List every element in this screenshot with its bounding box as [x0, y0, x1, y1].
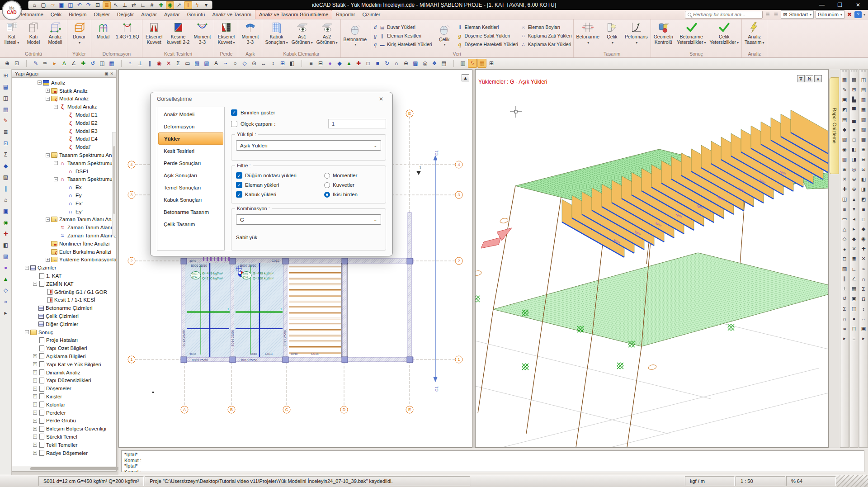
tree-item[interactable]: Modal Analiz — [12, 95, 116, 103]
tree-item[interactable]: Statik Analiz — [12, 87, 116, 95]
right-tool-icon[interactable]: ✕ — [850, 246, 858, 252]
perde-eksenel-kuvvet-button[interactable]: Eksenel Kuvvet▾ — [216, 21, 236, 46]
tree-item[interactable]: Tasarım Spektrumu Anali — [12, 151, 116, 159]
home-icon[interactable]: ⌂ — [30, 1, 38, 9]
veri-item[interactable]: ∴Kaplama Kar Yükleri — [520, 40, 572, 49]
right-tool-icon[interactable]: ▧ — [841, 136, 848, 143]
spline-icon[interactable]: ~ — [221, 59, 230, 68]
tree-item[interactable]: Kolonlar — [12, 401, 116, 409]
tree-item[interactable]: Çelik Çizimleri — [12, 312, 116, 320]
checkbox-checked-icon[interactable]: ✓ — [231, 109, 237, 116]
tree-expander[interactable] — [33, 443, 37, 447]
center-icon[interactable]: ◉ — [155, 59, 164, 68]
layer-list-icon[interactable]: ≣ — [764, 11, 771, 18]
tree-item[interactable]: Analiz — [12, 79, 116, 87]
layer-states-icon[interactable]: ≣ — [773, 11, 779, 18]
asik-moment-3-3-button[interactable]: Moment 3-3▾ — [240, 21, 260, 45]
veri-item[interactable]: q▬Kiriş Hareketli Yükleri — [374, 40, 432, 49]
right-tool-icon[interactable]: ↕ — [860, 305, 867, 312]
tree-item[interactable]: Nonlineer İtme Analizi — [12, 240, 116, 248]
split-view-icon[interactable]: ◫ — [2, 95, 9, 102]
save-icon[interactable]: ▣ — [57, 1, 66, 9]
performans-button[interactable]: Peformans ▾ — [623, 21, 649, 46]
tree-item[interactable]: Yapı Düzensizlikleri — [12, 376, 116, 384]
kati-model-button[interactable]: Katı Model▾ — [23, 21, 44, 45]
veri-betonarme-button[interactable]: Betonarme ▾ — [342, 24, 368, 48]
right-tool-icon[interactable]: ◆ — [860, 226, 867, 232]
tree-expander[interactable] — [33, 435, 37, 439]
kombinasyon-1-4g-1-6q-button[interactable]: 1.4G+1.6Q ▾ — [114, 21, 141, 40]
right-tool-icon[interactable]: ⊥ — [841, 285, 848, 292]
model-3d-viewport[interactable]: ∇ N ∧ Yüklemeler : G - Aşık Yükleri — [475, 69, 829, 448]
right-tool-icon[interactable]: ↔ — [860, 315, 867, 322]
tree-item[interactable]: Radye Döşemeler — [12, 449, 116, 457]
tree-item[interactable]: Ex — [12, 183, 116, 191]
sum-icon[interactable]: Σ — [174, 59, 183, 68]
ribbon-tab[interactable]: Araçlar — [137, 10, 160, 19]
blocks-icon[interactable]: ❖ — [430, 59, 439, 68]
perpendicular-snap-icon[interactable]: ⊥ — [121, 1, 129, 9]
separator[interactable] — [297, 59, 306, 68]
poly-icon[interactable]: ◇ — [2, 287, 9, 294]
grid-icon[interactable]: ⊞ — [278, 59, 287, 68]
right-tool-icon[interactable]: ⊞ — [841, 166, 848, 173]
resize-grip[interactable] — [836, 475, 868, 487]
analiz-modeli-button[interactable]: Analiz Modeli▾ — [45, 21, 66, 45]
radio-icon[interactable] — [324, 173, 330, 179]
right-tool-icon[interactable]: ▦ — [860, 106, 867, 113]
tree-item[interactable]: Açıklama Bilgileri — [12, 352, 116, 360]
tree-item[interactable]: Sürekli Temel — [12, 433, 116, 441]
right-tool-icon[interactable]: ▦ — [841, 76, 848, 83]
tree-item[interactable]: Diğer Çizimler — [12, 320, 116, 328]
right-tool-icon[interactable]: ▸ — [860, 335, 867, 342]
tree-vertical-scrollbar[interactable] — [112, 132, 116, 236]
scale-factor-input[interactable] — [328, 119, 386, 128]
right-tool-icon[interactable]: ✕ — [860, 255, 867, 262]
tools-icon[interactable]: ✖ — [846, 11, 853, 18]
ribbon-tab[interactable]: Objeler — [90, 10, 113, 19]
tasarim-celik-button[interactable]: Çelik ▾ — [602, 21, 623, 46]
kesme-kuvveti-2-2-button[interactable]: Kesme kuvveti 2-2▾ — [165, 21, 191, 45]
veri-item[interactable]: ≍Eleman Boyları — [520, 23, 572, 32]
right-tool-icon[interactable]: ◇ — [841, 236, 848, 242]
right-tool-icon[interactable]: ◧ — [850, 146, 858, 153]
right-tool-icon[interactable]: ≈ — [860, 265, 867, 272]
checkbox-checked-icon[interactable]: ✓ — [236, 172, 242, 179]
right-tool-icon[interactable]: ✚ — [860, 246, 867, 252]
collapse-icon[interactable]: ⊟ — [316, 59, 325, 68]
edit-icon[interactable]: ✎ — [2, 117, 9, 124]
tree-expander[interactable] — [46, 217, 50, 222]
right-tool-icon[interactable]: Π — [850, 325, 858, 332]
right-tool-icon[interactable]: ⊡ — [841, 255, 848, 262]
dialog-nav-item[interactable]: Betonarme Tasarım — [158, 206, 223, 218]
qat-more-icon[interactable]: ▾ — [202, 1, 210, 9]
tree-item[interactable]: Döşemeler — [12, 384, 116, 392]
right-tool-icon[interactable]: ◎ — [850, 166, 858, 173]
report-preview-tab[interactable]: Rapor Önizleme — [830, 77, 839, 174]
parallel-icon[interactable]: ∥ — [145, 59, 154, 68]
layers-icon[interactable]: ≡ — [307, 59, 316, 68]
extend-icon[interactable]: ⇄ — [130, 1, 138, 9]
analiz-tasarim-button[interactable]: Analiz Tasarım▾ — [743, 21, 765, 46]
tree-expander[interactable] — [46, 258, 50, 262]
tree-item[interactable]: Yükleme Kombinasyonlar — [12, 256, 116, 264]
kat-listesi-button[interactable]: Kat listesi▾ — [1, 21, 22, 46]
close-icon[interactable]: ✕ — [376, 95, 386, 103]
rotate-cw-icon[interactable]: ↻ — [382, 59, 392, 68]
veri-item[interactable]: ∷Kaplama Zati Yükleri — [520, 32, 572, 40]
measure-icon[interactable]: ∆ — [60, 59, 69, 68]
right-tool-icon[interactable]: ⊞ — [850, 86, 858, 93]
offset-icon[interactable]: ≈ — [126, 59, 135, 68]
betonarme-yetersizlikler-button[interactable]: Betonarme Yetersizlikler▾ — [675, 21, 708, 46]
expand-icon[interactable]: ▸ — [2, 309, 9, 317]
right-tool-icon[interactable]: ✚ — [841, 186, 848, 193]
right-tool-icon[interactable]: ▀ — [850, 106, 858, 113]
separator[interactable] — [22, 59, 31, 68]
checkbox-checked-icon[interactable]: ✓ — [236, 191, 242, 198]
tree-expander[interactable] — [33, 354, 37, 358]
right-tool-icon[interactable]: ⊟ — [860, 156, 867, 163]
sum-icon[interactable]: Σ — [2, 151, 9, 158]
zoom-in-icon[interactable]: ⊕ — [3, 59, 12, 68]
veri-item[interactable]: qDöşeme Hareketli Yükleri — [457, 40, 518, 49]
right-tool-icon[interactable]: ▸ — [850, 226, 858, 232]
